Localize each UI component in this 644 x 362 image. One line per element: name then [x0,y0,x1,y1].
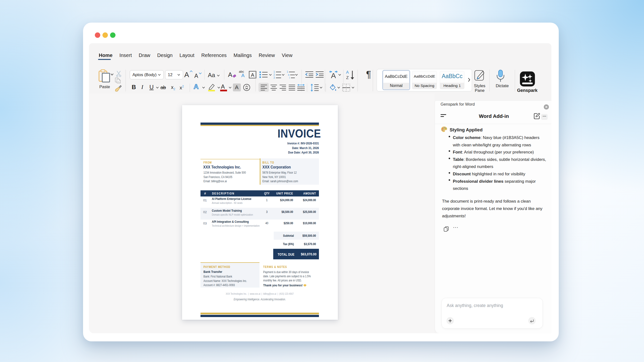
svg-text:1: 1 [274,70,275,73]
svg-text:1: 1 [287,70,288,73]
svg-text:A: A [331,71,336,80]
svg-text:a: a [288,73,290,76]
svg-text:i: i [289,76,290,79]
svg-text:Z: Z [346,75,349,80]
svg-text:A: A [346,70,349,75]
svg-text:3: 3 [274,76,275,79]
svg-text:2: 2 [274,73,275,76]
svg-text:A: A [251,72,254,78]
